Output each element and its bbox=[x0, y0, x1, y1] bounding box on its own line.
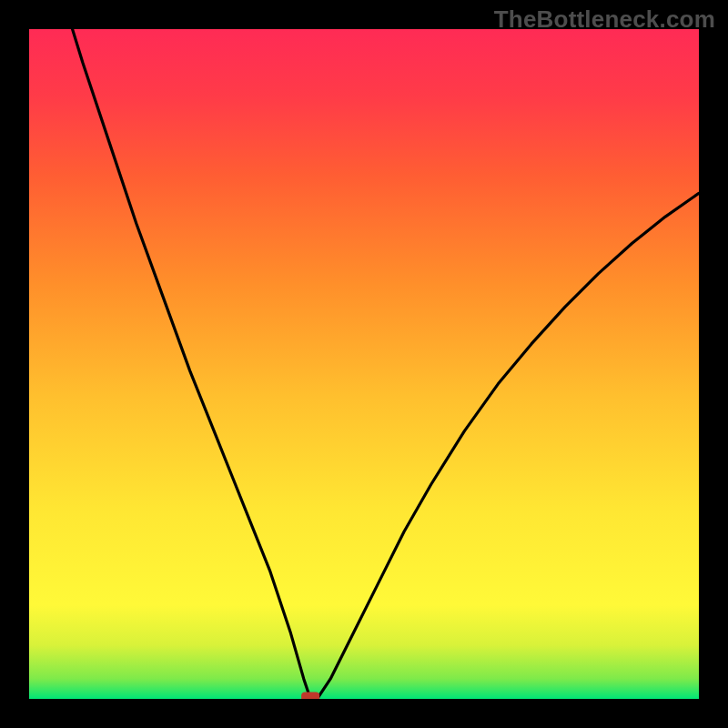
chart-svg bbox=[29, 29, 699, 699]
chart-frame: TheBottleneck.com bbox=[0, 0, 728, 728]
optimal-marker bbox=[301, 693, 319, 700]
watermark-text: TheBottleneck.com bbox=[494, 5, 715, 34]
gradient-background bbox=[29, 29, 699, 699]
plot-area bbox=[29, 29, 699, 699]
